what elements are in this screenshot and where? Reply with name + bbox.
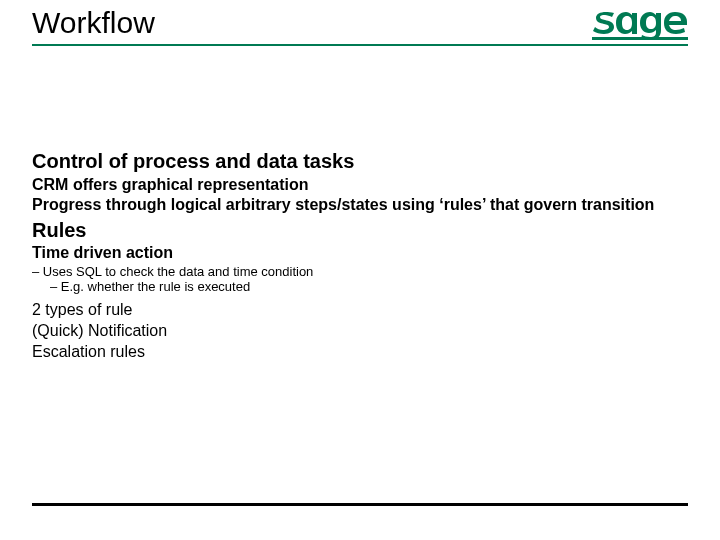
title-underline — [32, 44, 688, 46]
section2-bullet1: – Uses SQL to check the data and time co… — [32, 264, 688, 279]
section2-line3: Escalation rules — [32, 342, 688, 363]
section1-line2: Progress through logical arbitrary steps… — [32, 195, 688, 215]
svg-rect-0 — [592, 37, 688, 40]
page-title: Workflow — [32, 6, 155, 40]
section2-bullet2: – E.g. whether the rule is executed — [50, 279, 688, 294]
footer-rule — [32, 503, 688, 506]
sage-logo-icon — [592, 6, 688, 40]
section2-line2: (Quick) Notification — [32, 321, 688, 342]
slide-body: Control of process and data tasks CRM of… — [32, 150, 688, 362]
section2-line1: 2 types of rule — [32, 300, 688, 321]
section2-subheading: Time driven action — [32, 244, 688, 262]
slide: Workflow Control of process and data tas… — [0, 0, 720, 540]
section2-heading: Rules — [32, 219, 688, 242]
section1-heading: Control of process and data tasks — [32, 150, 688, 173]
brand-logo — [592, 6, 688, 44]
section1-line1: CRM offers graphical representation — [32, 175, 688, 195]
